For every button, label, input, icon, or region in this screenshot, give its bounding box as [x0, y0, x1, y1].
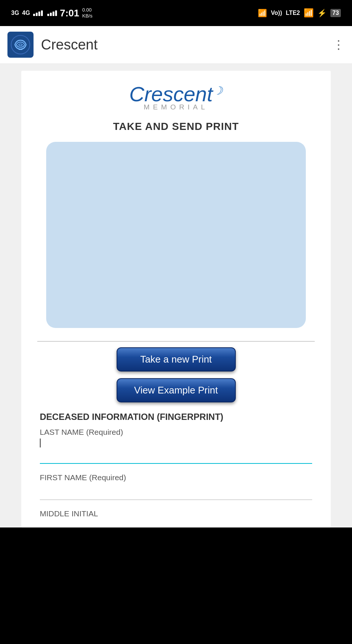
brand-logo: Crescent☽ MEMORIAL — [129, 82, 223, 111]
svg-point-0 — [11, 35, 30, 54]
brand-name: Crescent☽ — [129, 82, 223, 106]
middle-initial-label: MIDDLE INITIAL — [40, 509, 313, 518]
time-display: 7:01 — [60, 7, 79, 19]
divider — [37, 341, 314, 342]
fingerprint-logo-icon — [10, 35, 31, 55]
bluetooth-icon: 📶 — [258, 9, 267, 17]
first-name-label: FIRST NAME (Required) — [40, 473, 313, 482]
last-name-input[interactable] — [40, 447, 313, 464]
app-title: Crescent — [41, 37, 333, 53]
main-content: Crescent☽ MEMORIAL TAKE AND SEND PRINT T… — [0, 63, 352, 527]
take-new-print-button[interactable]: Take a new Print — [117, 347, 236, 372]
last-name-label: LAST NAME (Required) — [40, 428, 313, 437]
data-speed: 0.00 KB/s — [82, 7, 92, 19]
section-title: DECEASED INFORMATION (FINGERPRINT) — [40, 412, 313, 422]
view-example-print-button[interactable]: View Example Print — [117, 378, 236, 402]
notch — [146, 2, 206, 9]
volte-icon: Vo)) — [271, 10, 282, 16]
network-3g: 3G — [11, 10, 19, 16]
network-4g: 4G — [22, 10, 30, 16]
status-left: 3G 4G 7:01 0.00 KB/s — [11, 7, 92, 19]
signal-icon-2 — [47, 10, 57, 16]
wifi-icon: 📶 — [304, 8, 314, 18]
cursor-indicator — [40, 439, 41, 447]
battery-indicator: 73 — [330, 9, 341, 17]
form-section: DECEASED INFORMATION (FINGERPRINT) LAST … — [29, 412, 324, 520]
lte-icon: LTE2 — [286, 10, 300, 16]
card-area: Crescent☽ MEMORIAL TAKE AND SEND PRINT T… — [21, 71, 331, 527]
page-title: TAKE AND SEND PRINT — [113, 121, 239, 133]
status-right: 📶 Vo)) LTE2 📶 ⚡ 73 — [258, 8, 341, 18]
app-logo — [7, 32, 34, 58]
app-bar: Crescent ⋮ — [0, 26, 352, 63]
menu-button[interactable]: ⋮ — [333, 38, 345, 52]
fingerprint-capture-area[interactable] — [46, 142, 306, 328]
charging-icon: ⚡ — [317, 9, 327, 17]
signal-icon — [33, 10, 43, 16]
first-name-input[interactable] — [40, 484, 313, 500]
